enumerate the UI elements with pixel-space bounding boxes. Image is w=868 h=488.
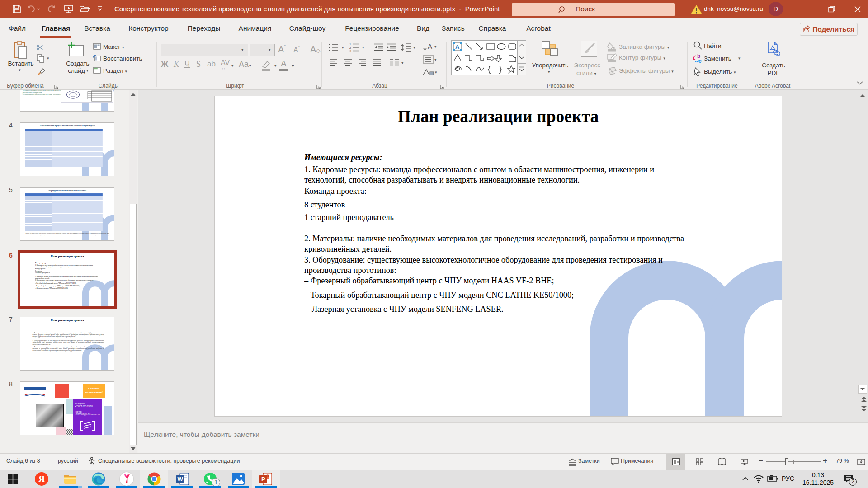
svg-text:2: 2 <box>349 46 351 49</box>
svg-text:P: P <box>261 476 265 483</box>
svg-text:W: W <box>178 476 184 483</box>
svg-text:A: A <box>428 42 432 50</box>
svg-text:3: 3 <box>349 49 351 52</box>
svg-text:1: 1 <box>349 42 351 46</box>
svg-text:A: A <box>455 43 460 50</box>
